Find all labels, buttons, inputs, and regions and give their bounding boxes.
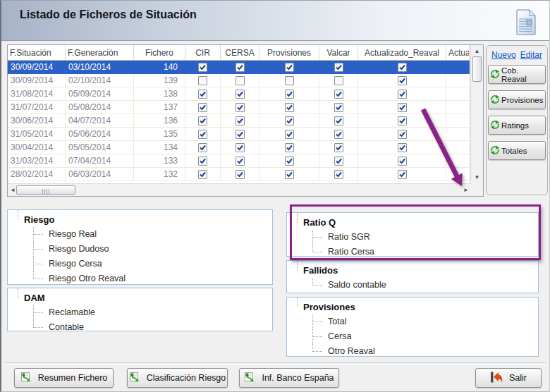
checkbox-actualizado-reaval[interactable] — [398, 130, 407, 139]
inf-banco-espana-button[interactable]: Inf. Banco España — [239, 368, 339, 388]
checkbox-cir[interactable] — [198, 170, 207, 179]
totales-button[interactable]: Totales — [488, 141, 546, 160]
grid-row[interactable]: 31/07/201405/08/2014137 — [8, 101, 470, 114]
grid-row[interactable]: 31/03/201407/04/2014133 — [8, 154, 470, 168]
column-header-provisiones[interactable]: Provisiones — [259, 45, 319, 60]
cell-f-situaci-n: 31/07/2014 — [8, 101, 66, 114]
checkbox-cersa[interactable] — [236, 63, 245, 72]
tree-item-riesgo-dudoso[interactable]: Riesgo Dudoso — [33, 242, 272, 257]
checkbox-cir[interactable] — [198, 103, 207, 112]
checkbox-cir[interactable] — [198, 76, 207, 85]
column-header-f-generaci-n[interactable]: F.Generación — [66, 45, 134, 60]
scroll-left-icon[interactable]: ◄ — [10, 185, 16, 195]
ratings-button[interactable]: Ratings — [488, 116, 546, 135]
checkbox-provisiones[interactable] — [285, 90, 294, 99]
tree-item-riesgo-cersa[interactable]: Riesgo Cersa — [33, 257, 272, 271]
column-header-cersa[interactable]: CERSA — [221, 45, 259, 60]
grid-row[interactable]: 28/02/201406/03/2014132 — [8, 168, 470, 181]
checkbox-actualizado-reaval[interactable] — [398, 63, 407, 72]
column-header-fichero[interactable]: Fichero — [134, 45, 185, 60]
grid-row[interactable]: 30/09/201403/10/2014140 — [8, 61, 470, 74]
checkbox-valcar[interactable] — [334, 90, 343, 99]
column-header-valcar[interactable]: Valcar — [319, 45, 358, 60]
checkbox-cersa[interactable] — [236, 76, 245, 85]
tree-item-saldo-contable[interactable]: Saldo contable — [312, 278, 538, 293]
nuevo-link[interactable]: Nuevo — [491, 50, 516, 60]
checkbox-provisiones[interactable] — [285, 130, 294, 139]
checkbox-actualizado-reaval[interactable] — [398, 103, 407, 112]
cell-actualizado-reaval — [358, 87, 446, 101]
checkbox-actualizado-reaval[interactable] — [398, 76, 407, 85]
checkbox-provisiones[interactable] — [285, 103, 294, 112]
checkbox-cersa[interactable] — [236, 157, 245, 166]
checkbox-provisiones[interactable] — [285, 76, 294, 85]
resumen-fichero-button[interactable]: Resumen Fichero — [14, 368, 114, 388]
grid-row[interactable]: 30/06/201404/07/2014136 — [8, 114, 470, 128]
column-header-f-situaci-n[interactable]: F.Situación — [8, 45, 66, 60]
column-header-actual[interactable]: Actual — [446, 45, 470, 60]
checkbox-actualizado-reaval[interactable] — [398, 157, 407, 166]
checkbox-cir[interactable] — [198, 130, 207, 139]
tree-item-riesgo-otro-reaval[interactable]: Riesgo Otro Reaval — [33, 271, 272, 285]
checkbox-cersa[interactable] — [236, 90, 245, 99]
checkbox-cir[interactable] — [198, 90, 207, 99]
ratio-q-panel: Ratio Q Ratio SGRRatio Cersa — [286, 212, 539, 257]
tree-item-cersa[interactable]: Cersa — [312, 329, 538, 344]
scroll-down-icon[interactable]: ▼ — [471, 174, 483, 181]
checkbox-cir[interactable] — [198, 116, 207, 125]
checkbox-valcar[interactable] — [334, 143, 343, 152]
vertical-scroll-thumb[interactable] — [472, 56, 482, 82]
checkbox-provisiones[interactable] — [285, 116, 294, 125]
checkbox-provisiones[interactable] — [285, 157, 294, 166]
tree-item-ratio-sgr[interactable]: Ratio SGR — [312, 230, 538, 245]
scroll-up-icon[interactable]: ▲ — [471, 48, 483, 55]
tree-item-total[interactable]: Total — [312, 314, 538, 329]
column-header-cir[interactable]: CIR — [185, 45, 221, 60]
grid-row[interactable]: 30/04/201405/05/2014134 — [8, 141, 470, 154]
grid-row[interactable]: 31/05/201405/06/2014135 — [8, 128, 470, 141]
checkbox-provisiones[interactable] — [285, 143, 294, 152]
provisiones-button[interactable]: Provisiones — [488, 90, 546, 109]
checkbox-valcar[interactable] — [334, 170, 343, 179]
cell-cir — [185, 168, 221, 181]
checkbox-provisiones[interactable] — [285, 170, 294, 179]
checkbox-actualizado-reaval[interactable] — [398, 90, 407, 99]
checkbox-cersa[interactable] — [236, 170, 245, 179]
checkbox-cersa[interactable] — [236, 103, 245, 112]
excel-export-icon — [129, 372, 140, 385]
editar-link[interactable]: Editar — [520, 50, 542, 60]
checkbox-cir[interactable] — [198, 157, 207, 166]
tree-item-otro-reaval[interactable]: Otro Reaval — [312, 344, 538, 357]
tree-item-riesgo-real[interactable]: Riesgo Real — [33, 227, 272, 242]
salir-button[interactable]: Salir — [475, 368, 542, 388]
provisiones-panel-title: Provisiones — [303, 302, 538, 313]
grid-body: 30/09/201403/10/201414030/09/201402/10/2… — [8, 61, 483, 181]
checkbox-valcar[interactable] — [334, 130, 343, 139]
checkbox-valcar[interactable] — [334, 157, 343, 166]
scroll-right-icon[interactable]: ► — [463, 185, 469, 195]
grid-row[interactable]: 31/08/201405/09/2014138 — [8, 87, 470, 101]
tree-item-reclamable[interactable]: Reclamable — [33, 305, 272, 320]
checkbox-cir[interactable] — [198, 63, 207, 72]
checkbox-cersa[interactable] — [236, 116, 245, 125]
column-header-actualizado-reaval[interactable]: Actualizado_Reaval — [358, 45, 446, 60]
horizontal-scroll-thumb[interactable] — [16, 185, 75, 195]
tree-item-contable[interactable]: Contable — [33, 320, 272, 331]
horizontal-scrollbar[interactable]: ◄ ► — [8, 183, 471, 196]
cob-reaval-button[interactable]: Cob. Reaval — [488, 65, 546, 84]
checkbox-actualizado-reaval[interactable] — [398, 116, 407, 125]
checkbox-cersa[interactable] — [236, 143, 245, 152]
checkbox-valcar[interactable] — [334, 103, 343, 112]
checkbox-cersa[interactable] — [236, 130, 245, 139]
checkbox-valcar[interactable] — [334, 76, 343, 85]
checkbox-actualizado-reaval[interactable] — [398, 143, 407, 152]
checkbox-valcar[interactable] — [334, 116, 343, 125]
vertical-scrollbar[interactable]: ▲ ▼ — [470, 45, 483, 184]
checkbox-provisiones[interactable] — [285, 63, 294, 72]
checkbox-cir[interactable] — [198, 143, 207, 152]
tree-item-ratio-cersa[interactable]: Ratio Cersa — [312, 245, 538, 257]
grid-row[interactable]: 30/09/201402/10/2014139 — [8, 74, 470, 87]
checkbox-actualizado-reaval[interactable] — [398, 170, 407, 179]
checkbox-valcar[interactable] — [334, 63, 343, 72]
clasificacion-riesgo-button[interactable]: Clasificación Riesgo — [127, 368, 228, 388]
